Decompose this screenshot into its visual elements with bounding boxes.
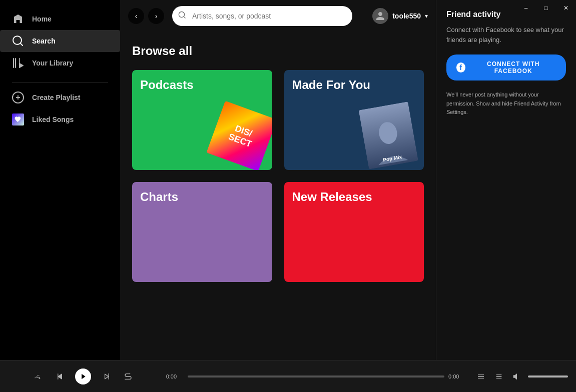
category-card-new-releases[interactable]: New Releases <box>284 182 424 282</box>
play-button[interactable] <box>75 368 91 384</box>
sidebar: Home Search Your Library <box>0 0 120 360</box>
svg-point-0 <box>377 120 399 146</box>
devices-icon[interactable] <box>492 370 506 384</box>
queue-icon[interactable] <box>474 370 488 384</box>
maximize-button[interactable]: □ <box>536 0 556 16</box>
made-for-you-label: Made For You <box>292 78 370 92</box>
content-area: ‹ › too <box>120 0 576 360</box>
search-bar <box>172 6 352 26</box>
create-playlist-label: Create Playlist <box>32 94 81 102</box>
sidebar-item-search[interactable]: Search <box>0 30 120 52</box>
friend-panel-note: We'll never post anything without your p… <box>446 90 566 117</box>
previous-button[interactable] <box>53 370 67 384</box>
next-button[interactable] <box>99 370 113 384</box>
search-label: Search <box>32 37 56 45</box>
progress-area: 0:00 0:00 <box>166 374 466 380</box>
titlebar: – □ ✕ <box>516 0 576 16</box>
friend-panel: Friend activity Connect with Facebook to… <box>436 0 576 360</box>
sidebar-item-liked-songs[interactable]: Liked Songs <box>0 108 120 130</box>
topbar: ‹ › too <box>120 0 436 32</box>
user-area[interactable]: toole550 ▾ <box>372 8 428 24</box>
podcasts-label: Podcasts <box>140 78 194 92</box>
pop-mix-art: Pop Mix <box>359 102 418 170</box>
sidebar-nav: Home Search Your Library <box>0 4 120 78</box>
liked-songs-icon <box>12 114 24 126</box>
new-releases-label: New Releases <box>292 190 372 204</box>
chevron-down-icon: ▾ <box>425 12 428 20</box>
username: toole550 <box>392 12 421 20</box>
current-time: 0:00 <box>166 374 184 380</box>
liked-songs-label: Liked Songs <box>32 116 74 124</box>
sidebar-item-home[interactable]: Home <box>0 8 120 30</box>
sidebar-item-create-playlist[interactable]: + Create Playlist <box>0 86 120 108</box>
volume-slider[interactable] <box>528 376 568 378</box>
search-input[interactable] <box>172 6 352 26</box>
player-bar: 0:00 0:00 <box>0 360 576 392</box>
category-grid: Podcasts DIS/SECT Made For You <box>132 70 424 282</box>
charts-label: Charts <box>140 190 178 204</box>
library-icon <box>12 57 24 69</box>
volume-icon[interactable] <box>510 370 524 384</box>
progress-bar[interactable] <box>188 376 444 378</box>
forward-button[interactable]: › <box>148 8 164 24</box>
sidebar-divider <box>12 82 108 82</box>
app-layout: Home Search Your Library <box>0 0 576 360</box>
repeat-button[interactable] <box>121 370 135 384</box>
total-time: 0:00 <box>448 374 466 380</box>
home-label: Home <box>32 15 52 23</box>
connect-facebook-button[interactable]: f CONNECT WITH FACEBOOK <box>446 54 566 80</box>
browse-content: Browse all Podcasts DIS/SECT Made For <box>120 32 436 360</box>
facebook-icon: f <box>456 62 465 72</box>
podcast-art: DIS/SECT <box>206 101 272 170</box>
sidebar-item-library[interactable]: Your Library <box>0 52 120 74</box>
shuffle-button[interactable] <box>31 370 45 384</box>
category-card-podcasts[interactable]: Podcasts DIS/SECT <box>132 70 272 170</box>
back-button[interactable]: ‹ <box>128 8 144 24</box>
category-card-made-for-you[interactable]: Made For You Pop Mix <box>284 70 424 170</box>
friend-activity-description: Connect with Facebook to see what your f… <box>446 25 566 44</box>
avatar <box>372 8 388 24</box>
create-playlist-icon: + <box>12 92 24 104</box>
nav-arrows: ‹ › <box>128 8 164 24</box>
search-icon <box>12 35 24 47</box>
main-content: ‹ › too <box>120 0 436 360</box>
library-label: Your Library <box>32 59 73 67</box>
player-controls <box>8 368 158 384</box>
home-icon <box>12 13 24 25</box>
browse-title: Browse all <box>132 44 424 58</box>
close-button[interactable]: ✕ <box>556 0 576 16</box>
search-bar-icon <box>178 11 186 21</box>
category-card-charts[interactable]: Charts <box>132 182 272 282</box>
connect-facebook-label: CONNECT WITH FACEBOOK <box>470 60 556 74</box>
minimize-button[interactable]: – <box>516 0 536 16</box>
right-controls <box>474 370 568 384</box>
